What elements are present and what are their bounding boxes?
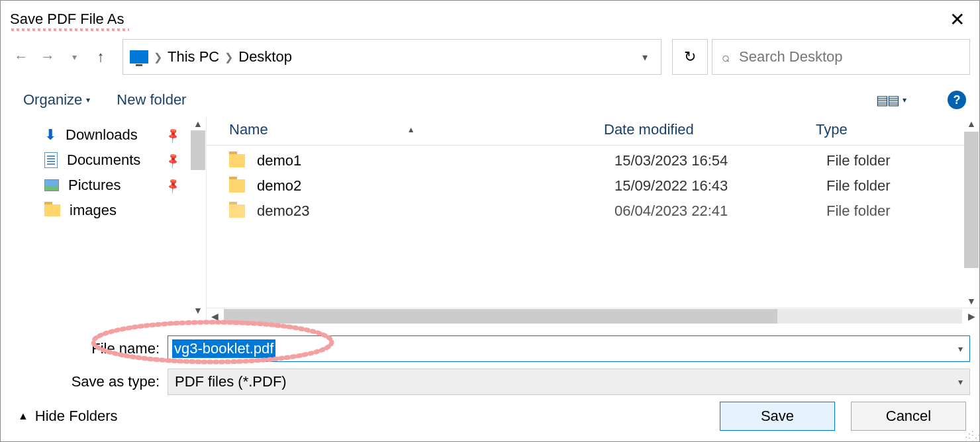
- file-name-input[interactable]: vg3-booklet.pdf ▾: [168, 335, 970, 362]
- dialog-title: Save PDF File As: [10, 11, 124, 28]
- sidebar: ⬇ Downloads 📌 Documents 📌 Pictures 📌 ima: [1, 117, 206, 324]
- file-vscrollbar[interactable]: ▲ ▼: [963, 117, 979, 308]
- scroll-down-icon[interactable]: ▼: [967, 294, 976, 308]
- file-row[interactable]: demo2 15/09/2022 16:43 File folder: [229, 173, 979, 199]
- sidebar-item-label: Documents: [67, 152, 140, 169]
- view-options-button[interactable]: ▤▤ ▾: [876, 92, 906, 108]
- folder-icon: [229, 204, 245, 218]
- list-view-icon: ▤▤: [876, 92, 899, 108]
- file-name: demo1: [257, 152, 614, 169]
- file-name-label: File name:: [10, 340, 168, 357]
- sidebar-item-label: Downloads: [66, 126, 138, 144]
- search-box[interactable]: ⌕: [712, 39, 970, 75]
- column-name[interactable]: Name ▲: [229, 121, 604, 138]
- scroll-right-icon[interactable]: ▶: [963, 311, 979, 322]
- sidebar-item-downloads[interactable]: ⬇ Downloads 📌: [44, 122, 206, 148]
- scroll-thumb[interactable]: [191, 130, 205, 170]
- chevron-right-icon: ❯: [154, 51, 162, 64]
- sidebar-item-documents[interactable]: Documents 📌: [44, 148, 206, 173]
- scroll-down-icon[interactable]: ▼: [193, 304, 203, 317]
- this-pc-icon: [130, 50, 148, 64]
- sidebar-scrollbar[interactable]: ▲ ▼: [190, 117, 206, 317]
- forward-icon[interactable]: →: [36, 46, 59, 68]
- file-name: demo2: [257, 177, 614, 195]
- column-type[interactable]: Type: [816, 121, 979, 138]
- organize-button[interactable]: Organize ▾: [23, 91, 90, 109]
- download-icon: ⬇: [44, 126, 56, 144]
- save-button[interactable]: Save: [720, 402, 835, 431]
- back-icon[interactable]: ←: [10, 46, 32, 68]
- toolbar: Organize ▾ New folder ▤▤ ▾ ?: [1, 84, 979, 117]
- nav-row: ← → ▾ ↑ ❯ This PC ❯ Desktop ▾ ↻ ⌕: [1, 32, 979, 84]
- search-icon: ⌕: [722, 50, 730, 65]
- chevron-up-icon: ▲: [18, 410, 28, 422]
- file-row[interactable]: demo1 15/03/2023 16:54 File folder: [229, 148, 979, 173]
- sidebar-item-images[interactable]: images: [44, 198, 206, 223]
- file-type: File folder: [826, 177, 979, 195]
- save-type-label: Save as type:: [10, 373, 168, 390]
- hide-folders-label: Hide Folders: [35, 408, 118, 425]
- scroll-up-icon[interactable]: ▲: [193, 117, 203, 130]
- annotation-underline: [10, 27, 129, 32]
- file-date: 06/04/2023 22:41: [614, 202, 826, 220]
- help-icon[interactable]: ?: [948, 91, 966, 109]
- cancel-button[interactable]: Cancel: [851, 402, 966, 431]
- new-folder-label: New folder: [117, 91, 186, 109]
- breadcrumb-dropdown-icon[interactable]: ▾: [636, 51, 654, 64]
- scroll-up-icon[interactable]: ▲: [967, 117, 976, 130]
- chevron-down-icon[interactable]: ▾: [958, 376, 963, 387]
- chevron-down-icon: ▾: [903, 95, 906, 105]
- search-input[interactable]: [739, 48, 960, 66]
- form-area: File name: vg3-booklet.pdf ▾ Save as typ…: [1, 324, 979, 402]
- picture-icon: [44, 179, 59, 191]
- file-row[interactable]: demo23 06/04/2023 22:41 File folder: [229, 199, 979, 224]
- new-folder-button[interactable]: New folder: [117, 91, 186, 109]
- breadcrumb-this-pc[interactable]: This PC: [168, 48, 219, 66]
- file-name: demo23: [257, 202, 614, 220]
- pin-icon: 📌: [164, 126, 182, 144]
- file-area: Name ▲ Date modified Type demo1 15/03/20…: [206, 117, 979, 324]
- file-date: 15/09/2022 16:43: [614, 177, 826, 195]
- close-icon[interactable]: ✕: [944, 7, 970, 32]
- scroll-thumb[interactable]: [964, 132, 979, 268]
- file-type: File folder: [826, 202, 979, 220]
- pin-icon: 📌: [164, 151, 182, 169]
- sidebar-item-label: Pictures: [68, 177, 121, 194]
- folder-icon: [44, 204, 60, 216]
- save-type-select[interactable]: PDF files (*.PDF) ▾: [168, 369, 970, 395]
- folder-icon: [229, 179, 245, 193]
- sidebar-item-label: images: [70, 202, 117, 219]
- sidebar-item-pictures[interactable]: Pictures 📌: [44, 173, 206, 198]
- save-dialog: Save PDF File As ✕ ← → ▾ ↑ ❯ This PC ❯ D…: [0, 0, 980, 442]
- document-icon: [44, 152, 58, 168]
- sort-asc-icon: ▲: [407, 125, 415, 134]
- resize-grip-icon[interactable]: ⋰⋰⋰: [965, 432, 978, 440]
- folder-icon: [229, 154, 245, 167]
- file-name-value: vg3-booklet.pdf: [172, 339, 275, 358]
- recent-dropdown-icon[interactable]: ▾: [63, 46, 85, 68]
- chevron-down-icon[interactable]: ▾: [958, 343, 963, 354]
- breadcrumb[interactable]: ❯ This PC ❯ Desktop ▾: [122, 39, 662, 75]
- column-headers: Name ▲ Date modified Type: [207, 117, 979, 146]
- chevron-down-icon: ▾: [86, 95, 90, 105]
- file-rows: demo1 15/03/2023 16:54 File folder demo2…: [207, 146, 979, 308]
- scroll-left-icon[interactable]: ◀: [207, 311, 222, 322]
- hide-folders-button[interactable]: ▲ Hide Folders: [18, 408, 118, 425]
- file-hscrollbar[interactable]: ◀ ▶: [207, 308, 979, 324]
- scroll-thumb[interactable]: [224, 309, 777, 324]
- chevron-right-icon: ❯: [224, 51, 233, 64]
- column-date[interactable]: Date modified: [604, 121, 816, 138]
- up-icon[interactable]: ↑: [89, 46, 112, 68]
- pin-icon: 📌: [164, 176, 182, 194]
- titlebar: Save PDF File As ✕: [1, 1, 979, 32]
- save-type-value: PDF files (*.PDF): [175, 373, 287, 390]
- footer: ▲ Hide Folders Save Cancel: [1, 402, 979, 441]
- organize-label: Organize: [23, 91, 82, 109]
- file-date: 15/03/2023 16:54: [614, 152, 826, 169]
- refresh-icon[interactable]: ↻: [672, 39, 708, 75]
- breadcrumb-desktop[interactable]: Desktop: [238, 48, 292, 66]
- file-type: File folder: [826, 152, 979, 169]
- body: ⬇ Downloads 📌 Documents 📌 Pictures 📌 ima: [1, 117, 979, 324]
